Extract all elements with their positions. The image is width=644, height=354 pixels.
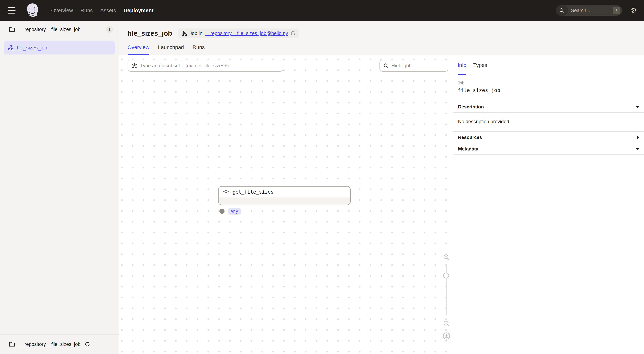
global-search[interactable]: / bbox=[556, 5, 622, 16]
output-type-badge[interactable]: Any bbox=[228, 208, 241, 215]
job-name-value: file_sizes_job bbox=[458, 87, 640, 93]
section-label: Metadata bbox=[458, 146, 478, 152]
sidebar-item-label: file_sizes_job bbox=[17, 45, 47, 51]
section-label: Resources bbox=[458, 135, 482, 140]
job-info-block: Job file_sizes_job bbox=[453, 75, 644, 101]
nav-item-runs[interactable]: Runs bbox=[80, 8, 93, 14]
sidebar-item-file-sizes-job[interactable]: file_sizes_job bbox=[4, 41, 115, 55]
footer-repository-name: __repository__file_sizes_job bbox=[19, 341, 80, 347]
zoom-controls bbox=[442, 254, 452, 340]
search-shortcut-key: / bbox=[613, 7, 620, 14]
job-context-tag: Job in __repository__file_sizes_job@hell… bbox=[178, 29, 299, 38]
section-description[interactable]: Description bbox=[453, 101, 644, 112]
download-image-button[interactable] bbox=[443, 332, 450, 340]
chevron-down-icon bbox=[636, 148, 639, 150]
section-label: Description bbox=[458, 104, 484, 110]
zoom-slider[interactable] bbox=[446, 265, 448, 315]
job-tabs: Overview Launchpad Runs bbox=[128, 44, 644, 55]
nav-item-overview[interactable]: Overview bbox=[51, 8, 73, 14]
zoom-in-button[interactable] bbox=[443, 254, 450, 261]
chevron-down-icon bbox=[636, 106, 639, 108]
page-title: file_sizes_job bbox=[128, 30, 172, 37]
dagster-logo[interactable] bbox=[25, 2, 40, 19]
op-icon bbox=[222, 190, 230, 194]
op-subset-input[interactable] bbox=[140, 63, 279, 69]
job-icon bbox=[182, 31, 187, 36]
sidebar: __repository__file_sizes_job 1 file_size… bbox=[0, 21, 119, 354]
nav-item-assets[interactable]: Assets bbox=[100, 8, 116, 14]
folder-icon bbox=[9, 27, 15, 32]
search-icon bbox=[384, 63, 388, 68]
folder-icon bbox=[9, 342, 15, 347]
info-panel-tabs: Info Types bbox=[453, 55, 644, 75]
chevron-right-icon bbox=[637, 135, 639, 139]
search-input[interactable] bbox=[568, 8, 613, 13]
gear-icon[interactable]: ⚙ bbox=[631, 7, 637, 14]
dagster-app: Overview Runs Assets Deployment / ⚙ __re… bbox=[0, 0, 644, 354]
highlight-filter[interactable] bbox=[380, 60, 448, 72]
op-node-group: get_file_sizes Any bbox=[218, 186, 351, 215]
tab-types[interactable]: Types bbox=[473, 55, 487, 75]
job-context-prefix: Job in bbox=[190, 31, 202, 36]
job-icon bbox=[8, 45, 13, 50]
reload-icon[interactable] bbox=[290, 31, 296, 36]
job-count-badge: 1 bbox=[106, 26, 113, 33]
zoom-slider-handle[interactable] bbox=[443, 273, 449, 278]
op-node-label: get_file_sizes bbox=[233, 189, 274, 195]
op-selector-icon bbox=[132, 63, 137, 69]
description-content: No description provided bbox=[453, 112, 644, 131]
op-subset-filter[interactable] bbox=[128, 60, 283, 72]
tab-runs[interactable]: Runs bbox=[192, 44, 205, 55]
hamburger-menu-icon[interactable] bbox=[8, 6, 17, 15]
repository-link[interactable]: __repository__file_sizes_job@hello.py bbox=[205, 31, 288, 36]
search-icon bbox=[556, 5, 568, 16]
sidebar-repository-row[interactable]: __repository__file_sizes_job 1 bbox=[0, 21, 118, 38]
section-resources[interactable]: Resources bbox=[453, 131, 644, 143]
primary-nav: Overview Runs Assets Deployment bbox=[51, 8, 154, 14]
nav-item-deployment[interactable]: Deployment bbox=[124, 8, 154, 14]
op-node-body bbox=[218, 197, 350, 205]
tab-info[interactable]: Info bbox=[458, 55, 466, 75]
tab-overview[interactable]: Overview bbox=[128, 44, 150, 55]
repository-name: __repository__file_sizes_job bbox=[19, 27, 102, 32]
job-header: file_sizes_job Job in __repository__file… bbox=[119, 21, 644, 55]
tab-launchpad[interactable]: Launchpad bbox=[158, 44, 184, 55]
op-output: Any bbox=[220, 208, 351, 215]
op-node-get-file-sizes[interactable]: get_file_sizes bbox=[218, 186, 351, 205]
top-nav: Overview Runs Assets Deployment / ⚙ bbox=[0, 0, 644, 21]
output-handle-icon[interactable] bbox=[220, 209, 224, 214]
zoom-out-button[interactable] bbox=[443, 320, 450, 327]
job-label: Job bbox=[458, 81, 640, 86]
section-divider bbox=[453, 154, 644, 155]
info-panel: Info Types Job file_sizes_job Descriptio… bbox=[453, 55, 644, 354]
reload-icon[interactable] bbox=[85, 342, 90, 347]
sidebar-footer-repository[interactable]: __repository__file_sizes_job bbox=[0, 334, 118, 354]
op-graph-canvas[interactable]: get_file_sizes Any bbox=[119, 55, 453, 354]
highlight-input[interactable] bbox=[391, 63, 444, 69]
section-metadata[interactable]: Metadata bbox=[453, 143, 644, 154]
